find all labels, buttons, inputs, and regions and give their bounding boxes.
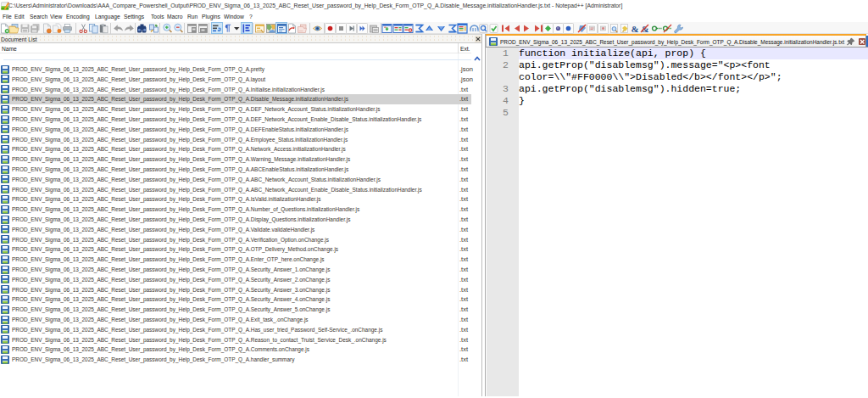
svg-text:&: & <box>631 24 638 34</box>
